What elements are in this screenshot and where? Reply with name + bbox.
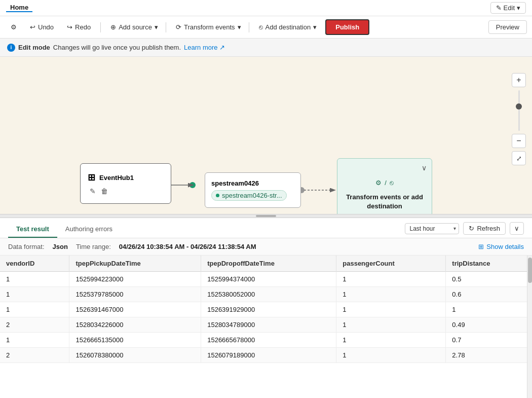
redo-button[interactable]: ↪ Redo [61, 20, 96, 34]
zoom-slider-thumb[interactable] [516, 103, 522, 110]
col-header-pickup: tpepPickupDateTime [69, 256, 201, 272]
edit-chevron-icon: ▾ [517, 4, 520, 12]
undo-button[interactable]: ↩ Undo [24, 20, 59, 34]
refresh-icon: ↻ [469, 225, 474, 232]
zoom-fit-button[interactable]: ⤢ [512, 151, 526, 165]
data-format-value: Json [53, 243, 68, 250]
destination-icon: ⎋ [259, 23, 263, 31]
stream-title: spestream0426 [211, 179, 259, 187]
col-header-dropoff: tpepDropoffDateTime [201, 256, 336, 272]
refresh-button[interactable]: ↻ Refresh [463, 222, 506, 235]
tabs-row: Test result Authoring errors Last hour L… [0, 218, 532, 238]
zoom-out-button[interactable]: − [512, 134, 526, 148]
stream-chip-label: spestream0426-str... [222, 192, 282, 199]
canvas-area: ⊞ EventHub1 ✎ 🗑 spestream0426 spestream0… [0, 57, 532, 214]
add-source-icon: ⊕ [110, 23, 116, 31]
settings-icon: ⚙ [11, 23, 17, 31]
eventhub-delete-icon[interactable]: 🗑 [101, 187, 108, 195]
col-header-vendorid: vendorID [0, 256, 69, 272]
table-row: 11525379785000152538005200010.6 [0, 287, 532, 302]
time-range-value: 04/26/24 10:38:54 AM - 04/26/24 11:38:54… [119, 243, 256, 250]
transform-export-icon: ⎋ [390, 179, 394, 187]
edit-button[interactable]: ✎ Edit ▾ [490, 2, 526, 14]
edit-mode-label: Edit mode [18, 44, 50, 51]
add-source-chevron-icon: ▾ [155, 23, 158, 31]
transform-text: Transform events or add destination [345, 193, 425, 211]
eventhub-edit-icon[interactable]: ✎ [90, 187, 96, 195]
toolbar-separator-2 [166, 22, 166, 32]
zoom-slider-track [518, 90, 520, 131]
vertical-scrollbar[interactable] [527, 256, 532, 398]
learn-more-link[interactable]: Learn more ↗ [184, 44, 225, 51]
time-range-label: Time range: [76, 243, 111, 250]
info-icon: i [7, 44, 15, 52]
destination-chevron-icon: ▾ [313, 23, 317, 31]
vertical-scroll-thumb [528, 258, 532, 283]
title-bar: Home ✎ Edit ▾ [0, 0, 532, 16]
data-table[interactable]: vendorID tpepPickupDateTime tpepDropoffD… [0, 256, 532, 398]
toolbar: ⚙ ↩ Undo ↪ Redo ⊕ Add source ▾ ⟳ Transfo… [0, 16, 532, 39]
redo-icon: ↪ [67, 23, 72, 31]
eventhub-node[interactable]: ⊞ EventHub1 ✎ 🗑 [80, 163, 171, 204]
edit-mode-bar: i Edit mode Changes will go live once yo… [0, 39, 532, 57]
more-chevron-icon: ∨ [514, 225, 519, 232]
transform-separator: / [385, 179, 387, 187]
transform-icon: ⟳ [176, 23, 181, 31]
home-tab[interactable]: Home [6, 4, 32, 12]
settings-button[interactable]: ⚙ [5, 20, 22, 34]
tab-authoring-errors[interactable]: Authoring errors [57, 221, 121, 238]
svg-point-0 [189, 182, 196, 188]
transform-events-button[interactable]: ⟳ Transform events ▾ [170, 20, 245, 34]
table-row: 11526391467000152639192900011 [0, 302, 532, 317]
external-link-icon: ↗ [219, 44, 225, 51]
divider-handle [256, 215, 276, 217]
col-header-passenger: passengerCount [336, 256, 446, 272]
transform-node[interactable]: ⚙ / ⎋ Transform events or add destinatio… [337, 158, 432, 214]
stream-status-dot [216, 194, 219, 197]
zoom-in-button[interactable]: + [512, 73, 526, 87]
tabs-right: Last hour Last 24 hours Last 7 days ↻ Re… [405, 222, 524, 238]
transform-chevron-icon[interactable]: ∨ [422, 164, 427, 172]
time-range-select[interactable]: Last hour Last 24 hours Last 7 days [405, 223, 459, 234]
transform-gear-icon: ⚙ [375, 179, 382, 187]
pencil-icon: ✎ [496, 4, 502, 12]
undo-icon: ↩ [30, 23, 35, 31]
more-options-button[interactable]: ∨ [510, 222, 524, 235]
eventhub-title: EventHub1 [99, 174, 134, 182]
tab-test-result[interactable]: Test result [8, 221, 57, 238]
preview-button[interactable]: Preview [488, 20, 527, 34]
data-info-bar: Data format: Json Time range: 04/26/24 1… [0, 238, 532, 256]
table-row: 11526665135000152666567800010.7 [0, 333, 532, 348]
stream-node[interactable]: spestream0426 spestream0426-str... [205, 172, 301, 208]
toolbar-separator-1 [100, 22, 101, 32]
time-range-select-wrap: Last hour Last 24 hours Last 7 days [405, 223, 459, 234]
stream-chip: spestream0426-str... [211, 190, 287, 201]
zoom-controls: + − ⤢ [512, 72, 526, 165]
results-table: vendorID tpepPickupDateTime tpepDropoffD… [0, 256, 532, 363]
table-row: 11525994223000152599437400010.5 [0, 272, 532, 287]
edit-mode-message: Changes will go live once you publish th… [53, 44, 181, 51]
bottom-panel: Test result Authoring errors Last hour L… [0, 218, 532, 398]
panel-divider[interactable] [0, 214, 532, 218]
col-header-distance: tripDistance [446, 256, 532, 272]
tabs-left: Test result Authoring errors [8, 221, 121, 238]
add-destination-button[interactable]: ⎋ Add destination ▾ [253, 20, 321, 34]
data-format-label: Data format: [8, 243, 45, 250]
show-details-icon: ⊞ [478, 243, 484, 250]
add-source-button[interactable]: ⊕ Add source ▾ [105, 20, 162, 34]
show-details-button[interactable]: ⊞ Show details [478, 243, 524, 250]
table-row: 21526078380000152607918900012.78 [0, 348, 532, 363]
table-header-row: vendorID tpepPickupDateTime tpepDropoffD… [0, 256, 532, 272]
eventhub-icon: ⊞ [88, 172, 95, 183]
toolbar-separator-3 [249, 22, 249, 32]
table-row: 21528034226000152803478900010.49 [0, 317, 532, 333]
transform-chevron-icon: ▾ [238, 23, 241, 31]
publish-button[interactable]: Publish [325, 19, 369, 35]
